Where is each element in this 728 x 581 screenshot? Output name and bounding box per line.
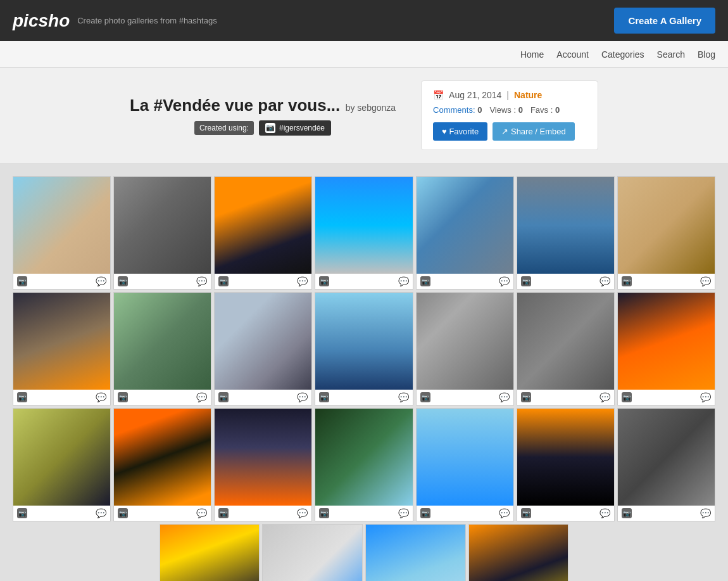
logo-area: picsho Create photo galleries from #hash… bbox=[13, 11, 217, 31]
photo-grid-bottom: 📷 💬 📷 💬 📷 💬 📷 💬 bbox=[13, 524, 715, 581]
photo-thumbnail bbox=[469, 525, 568, 581]
hashtag-badge[interactable]: 📷 #igersvendée bbox=[259, 120, 331, 136]
comment-icon[interactable]: 💬 bbox=[297, 276, 308, 286]
create-gallery-button[interactable]: Create A Gallery bbox=[614, 8, 715, 34]
instagram-icon: 📷 bbox=[265, 123, 275, 133]
gallery-stats: Comments: 0 Views : 0 Favs : 0 bbox=[433, 105, 586, 115]
comment-icon[interactable]: 💬 bbox=[196, 392, 207, 402]
photo-thumbnail bbox=[215, 293, 311, 390]
photo-footer: 📷 💬 bbox=[114, 390, 211, 405]
photo-card[interactable]: 📷 💬 bbox=[113, 292, 211, 405]
photo-thumbnail bbox=[114, 177, 211, 274]
nav-categories[interactable]: Categories bbox=[601, 49, 644, 60]
comment-icon[interactable]: 💬 bbox=[499, 508, 510, 518]
photo-thumbnail bbox=[13, 293, 110, 390]
instagram-small-icon[interactable]: 📷 bbox=[319, 508, 329, 518]
comment-icon[interactable]: 💬 bbox=[398, 392, 409, 402]
comment-icon[interactable]: 💬 bbox=[96, 508, 106, 518]
instagram-small-icon[interactable]: 📷 bbox=[17, 276, 27, 286]
comments-link[interactable]: Comments: bbox=[433, 105, 475, 115]
comment-icon[interactable]: 💬 bbox=[196, 508, 207, 518]
photo-card-bottom[interactable]: 📷 💬 bbox=[365, 524, 466, 581]
photo-card-bottom[interactable]: 📷 💬 bbox=[160, 524, 260, 581]
instagram-small-icon[interactable]: 📷 bbox=[319, 392, 329, 402]
photo-card[interactable]: 📷 💬 bbox=[315, 176, 413, 290]
photo-footer: 📷 💬 bbox=[215, 506, 311, 521]
nav-blog[interactable]: Blog bbox=[698, 49, 715, 60]
comment-icon[interactable]: 💬 bbox=[599, 392, 610, 402]
comment-icon[interactable]: 💬 bbox=[499, 276, 510, 286]
comment-icon[interactable]: 💬 bbox=[700, 276, 711, 286]
instagram-small-icon[interactable]: 📷 bbox=[521, 392, 531, 402]
instagram-small-icon[interactable]: 📷 bbox=[622, 392, 632, 402]
nav-home[interactable]: Home bbox=[520, 49, 544, 60]
photo-thumbnail bbox=[114, 293, 211, 390]
comment-icon[interactable]: 💬 bbox=[297, 392, 308, 402]
views-stat: Views : 0 bbox=[489, 105, 523, 115]
instagram-small-icon[interactable]: 📷 bbox=[420, 508, 430, 518]
photo-card[interactable]: 📷 💬 bbox=[13, 176, 111, 290]
gallery-title-area: La #Vendée vue par vous... by sebgonza C… bbox=[130, 96, 396, 136]
favorite-button[interactable]: ♥ Favorite bbox=[433, 122, 487, 141]
instagram-small-icon[interactable]: 📷 bbox=[622, 508, 632, 518]
photo-thumbnail bbox=[618, 409, 715, 506]
gallery-category[interactable]: Nature bbox=[514, 90, 542, 100]
photo-card[interactable]: 📷 💬 bbox=[517, 176, 615, 290]
instagram-small-icon[interactable]: 📷 bbox=[218, 276, 229, 286]
instagram-small-icon[interactable]: 📷 bbox=[319, 276, 329, 286]
comment-icon[interactable]: 💬 bbox=[700, 508, 711, 518]
photo-card[interactable]: 📷 💬 bbox=[517, 408, 615, 521]
photo-card[interactable]: 📷 💬 bbox=[416, 176, 514, 290]
comment-icon[interactable]: 💬 bbox=[297, 508, 308, 518]
photo-card-bottom[interactable]: 📷 💬 bbox=[468, 524, 569, 581]
photo-card[interactable]: 📷 💬 bbox=[517, 292, 615, 405]
photo-card[interactable]: 📷 💬 bbox=[113, 408, 211, 521]
gallery-date: Aug 21, 2014 bbox=[449, 90, 501, 100]
photo-card[interactable]: 📷 💬 bbox=[315, 408, 413, 521]
site-logo[interactable]: picsho bbox=[13, 11, 70, 31]
photo-card[interactable]: 📷 💬 bbox=[13, 408, 111, 521]
nav-account[interactable]: Account bbox=[556, 49, 589, 60]
instagram-small-icon[interactable]: 📷 bbox=[218, 508, 229, 518]
comment-icon[interactable]: 💬 bbox=[398, 508, 409, 518]
instagram-small-icon[interactable]: 📷 bbox=[420, 392, 430, 402]
comment-icon[interactable]: 💬 bbox=[96, 276, 106, 286]
photo-card[interactable]: 📷 💬 bbox=[214, 408, 312, 521]
photo-footer: 📷 💬 bbox=[315, 390, 412, 405]
comment-icon[interactable]: 💬 bbox=[398, 276, 409, 286]
comment-icon[interactable]: 💬 bbox=[499, 392, 510, 402]
comment-icon[interactable]: 💬 bbox=[96, 392, 106, 402]
photo-card[interactable]: 📷 💬 bbox=[13, 292, 111, 405]
photo-card[interactable]: 📷 💬 bbox=[214, 176, 312, 290]
photo-card[interactable]: 📷 💬 bbox=[416, 292, 514, 405]
comment-icon[interactable]: 💬 bbox=[196, 276, 207, 286]
instagram-small-icon[interactable]: 📷 bbox=[17, 392, 27, 402]
share-embed-button[interactable]: ↗ Share / Embed bbox=[493, 122, 574, 141]
comment-icon[interactable]: 💬 bbox=[700, 392, 711, 402]
comment-icon[interactable]: 💬 bbox=[599, 508, 610, 518]
instagram-small-icon[interactable]: 📷 bbox=[118, 276, 128, 286]
photo-footer: 📷 💬 bbox=[215, 274, 311, 289]
instagram-small-icon[interactable]: 📷 bbox=[420, 276, 430, 286]
instagram-small-icon[interactable]: 📷 bbox=[118, 392, 128, 402]
comment-icon[interactable]: 💬 bbox=[599, 276, 610, 286]
photo-card[interactable]: 📷 💬 bbox=[113, 176, 211, 290]
photo-card[interactable]: 📷 💬 bbox=[214, 292, 312, 405]
photo-footer: 📷 💬 bbox=[417, 274, 513, 289]
instagram-small-icon[interactable]: 📷 bbox=[17, 508, 27, 518]
instagram-small-icon[interactable]: 📷 bbox=[622, 276, 632, 286]
meta-date-category: 📅 Aug 21, 2014 | Nature bbox=[433, 90, 586, 100]
photo-thumbnail bbox=[417, 293, 513, 390]
photo-card[interactable]: 📷 💬 bbox=[617, 408, 715, 521]
instagram-small-icon[interactable]: 📷 bbox=[218, 392, 229, 402]
photo-card-bottom[interactable]: 📷 💬 bbox=[262, 524, 363, 581]
photo-card[interactable]: 📷 💬 bbox=[617, 176, 715, 290]
photo-card[interactable]: 📷 💬 bbox=[617, 292, 715, 405]
instagram-small-icon[interactable]: 📷 bbox=[118, 508, 128, 518]
nav-search[interactable]: Search bbox=[657, 49, 685, 60]
photo-card[interactable]: 📷 💬 bbox=[416, 408, 514, 521]
instagram-small-icon[interactable]: 📷 bbox=[521, 508, 531, 518]
photo-card[interactable]: 📷 💬 bbox=[315, 292, 413, 405]
instagram-small-icon[interactable]: 📷 bbox=[521, 276, 531, 286]
photo-thumbnail bbox=[517, 293, 614, 390]
